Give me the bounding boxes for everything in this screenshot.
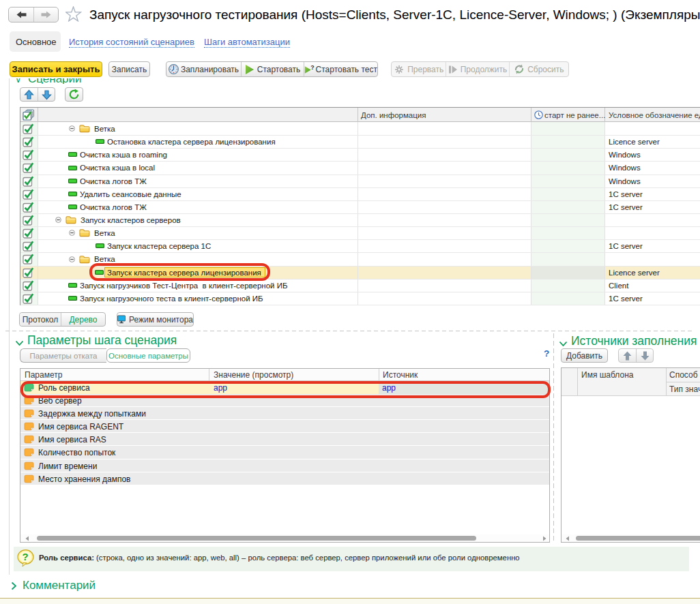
svg-text:?: ?	[23, 551, 29, 562]
svg-text:?: ?	[310, 64, 314, 71]
